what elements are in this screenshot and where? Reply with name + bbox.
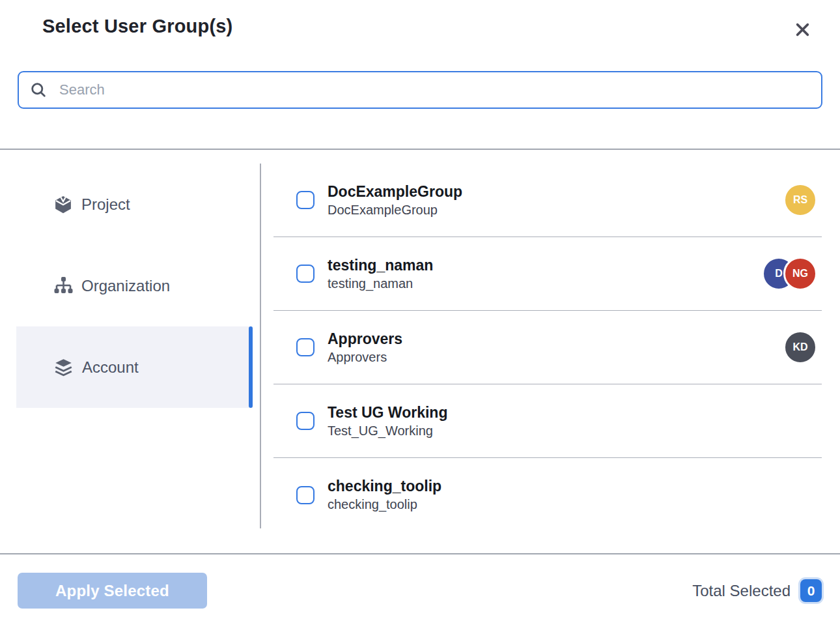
tab-project-label: Project: [81, 195, 130, 214]
apply-selected-button[interactable]: Apply Selected: [18, 573, 207, 609]
group-checkbox[interactable]: [296, 486, 315, 504]
tab-organization[interactable]: Organization: [16, 245, 253, 326]
group-row: checking_toolip checking_toolip: [273, 458, 822, 532]
close-icon: [794, 21, 811, 38]
total-selected-badge: 0: [800, 579, 822, 602]
search-input[interactable]: [18, 71, 822, 109]
tab-organization-label: Organization: [81, 277, 170, 295]
modal-title: Select User Group(s): [42, 16, 232, 37]
group-name: DocExampleGroup: [328, 183, 462, 201]
group-checkbox[interactable]: [296, 265, 315, 283]
select-user-groups-modal: Select User Group(s): [0, 0, 840, 632]
scope-tabs-panel: Project: [0, 150, 261, 553]
tab-project[interactable]: Project: [16, 164, 253, 245]
group-name: Test UG Working: [328, 404, 447, 422]
group-name: Approvers: [328, 330, 402, 348]
group-subtitle: checking_toolip: [328, 497, 441, 512]
group-avatars: KD: [783, 330, 817, 364]
sitemap-icon: [53, 276, 73, 296]
group-avatars: DNG: [762, 257, 817, 291]
group-name: testing_naman: [328, 257, 433, 274]
group-subtitle: testing_naman: [328, 276, 433, 291]
tab-account-label: Account: [82, 358, 139, 377]
group-row: DocExampleGroup DocExampleGroup RS: [273, 164, 822, 237]
group-row: Approvers Approvers KD: [273, 311, 822, 384]
search-bar: [18, 71, 822, 109]
close-button[interactable]: [790, 17, 815, 42]
group-checkbox[interactable]: [296, 338, 315, 356]
group-subtitle: Test_UG_Working: [328, 424, 447, 438]
group-row: testing_naman testing_naman DNG: [273, 237, 822, 311]
total-selected: Total Selected 0: [692, 579, 822, 602]
group-list: DocExampleGroup DocExampleGroup RS testi…: [261, 150, 840, 553]
modal-header: Select User Group(s): [0, 0, 840, 42]
avatar: KD: [783, 330, 817, 364]
group-subtitle: DocExampleGroup: [328, 203, 462, 218]
total-selected-label: Total Selected: [692, 582, 791, 600]
modal-body: Project: [0, 150, 840, 553]
group-avatars: RS: [783, 183, 817, 217]
modal-footer: Apply Selected Total Selected 0: [0, 554, 840, 632]
cube-icon: [53, 195, 73, 214]
group-subtitle: Approvers: [328, 350, 402, 365]
layers-icon: [53, 357, 74, 377]
scope-tabs-list: Project: [0, 164, 261, 528]
group-checkbox[interactable]: [296, 191, 315, 209]
group-name: checking_toolip: [328, 478, 441, 495]
group-checkbox[interactable]: [296, 412, 315, 430]
tab-account[interactable]: Account: [16, 326, 253, 408]
avatar: NG: [783, 257, 817, 291]
group-row: Test UG Working Test_UG_Working: [273, 384, 822, 458]
avatar: RS: [783, 183, 817, 217]
